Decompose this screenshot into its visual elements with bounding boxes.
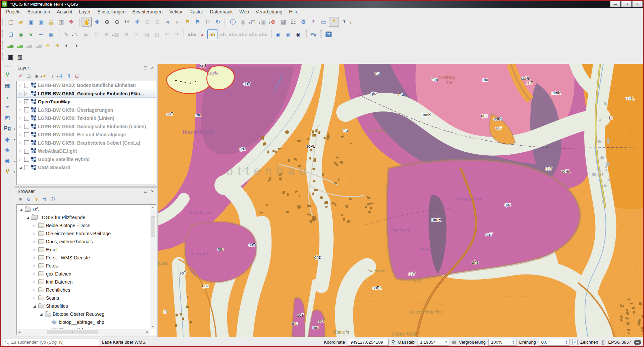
- help-icon[interactable]: ?: [324, 30, 333, 39]
- minimize-button[interactable]: —: [610, 1, 621, 7]
- zoom-full-icon[interactable]: ✳: [133, 17, 142, 27]
- close-panel-icon[interactable]: ✕: [150, 65, 155, 70]
- layer-visibility-checkbox[interactable]: [24, 116, 29, 121]
- refresh-browser-icon[interactable]: ↻: [25, 196, 32, 203]
- add-group-icon[interactable]: ❏: [25, 72, 32, 80]
- add-spatialite-layer-icon[interactable]: ✒: [3, 102, 12, 112]
- expander-icon[interactable]: ▷: [18, 149, 22, 153]
- tree-row[interactable]: biotop__abfrage_.shp: [17, 318, 150, 326]
- menu-bearbeiten[interactable]: Bearbeiten: [24, 9, 54, 14]
- expander-icon[interactable]: ▷: [18, 108, 22, 112]
- pin-labels-icon[interactable]: ab: [207, 29, 217, 39]
- layer-visibility-checkbox[interactable]: ✓: [24, 99, 29, 104]
- horizontal-scroll-thumb[interactable]: ≡: [47, 330, 98, 334]
- layer-visibility-checkbox[interactable]: [24, 149, 29, 154]
- move-label-icon[interactable]: abc: [238, 30, 248, 39]
- tree-row[interactable]: ▷kml-Datenen: [17, 278, 150, 286]
- layer-labeling-icon[interactable]: abc: [187, 30, 197, 39]
- layer-visibility-checkbox[interactable]: [24, 165, 29, 170]
- zoom-next-icon[interactable]: ►: [173, 17, 182, 27]
- maximize-button[interactable]: ❐: [621, 1, 632, 7]
- menu-datenbank[interactable]: Datenbank: [207, 9, 236, 14]
- layer-row[interactable]: ▷LGRB-BW GK50: Geologische Einheiten (Li…: [17, 122, 156, 131]
- expander-icon[interactable]: ◢: [18, 166, 22, 169]
- filter-browser-icon[interactable]: ▼: [33, 196, 40, 203]
- add-wcs-layer-icon[interactable]: ◉▾: [3, 156, 12, 165]
- messages-icon[interactable]: •••: [634, 340, 641, 345]
- measure-icon[interactable]: ▭▾: [319, 17, 328, 27]
- menu-raster[interactable]: Raster: [186, 9, 206, 14]
- scroll-left-icon[interactable]: ◀: [17, 329, 22, 335]
- add-vector-layer-icon[interactable]: V: [3, 70, 12, 80]
- paste-features-icon[interactable]: ▥: [152, 30, 161, 39]
- expander-icon[interactable]: ▷: [32, 256, 37, 259]
- scroll-down-icon[interactable]: ▼: [150, 324, 156, 329]
- expander-icon[interactable]: ▷: [32, 272, 37, 276]
- menu-erweiterungen[interactable]: Erweiterungen: [129, 9, 166, 14]
- expander-icon[interactable]: ▷: [32, 280, 37, 284]
- add-selected-layers-icon[interactable]: ⊞: [17, 196, 24, 203]
- expander-icon[interactable]: ▷: [18, 141, 22, 145]
- zoom-to-selection-icon[interactable]: ⊙: [143, 17, 152, 27]
- open-layer-styling-icon[interactable]: ✐: [17, 72, 24, 80]
- render-checkbox[interactable]: ✓: [572, 340, 578, 345]
- style-manager-icon[interactable]: ❖: [66, 17, 76, 27]
- menu-verarbeitung[interactable]: Verarbeitung: [252, 9, 286, 14]
- add-vector-quick-icon[interactable]: V: [26, 30, 36, 39]
- new-project-icon[interactable]: ▢: [6, 17, 15, 27]
- layer-visibility-checkbox[interactable]: [24, 157, 29, 162]
- layer-row[interactable]: ▷LGRB-BW GK50: Überlagerungen: [17, 106, 156, 114]
- vertex-tool-icon[interactable]: ✳▾: [102, 30, 111, 39]
- rotate-label-icon[interactable]: abc: [248, 30, 258, 39]
- add-raster-layer-icon[interactable]: ▦: [3, 81, 12, 90]
- layer-visibility-checkbox[interactable]: [24, 124, 29, 129]
- tree-row[interactable]: ▷Forst - WMS-Dienste: [17, 254, 150, 262]
- close-button[interactable]: ✕: [632, 1, 643, 7]
- python-console-icon[interactable]: Py: [309, 30, 318, 39]
- menu-vektor[interactable]: Vektor: [166, 9, 186, 14]
- expander-icon[interactable]: ▷: [32, 224, 37, 227]
- expander-icon[interactable]: ▷: [18, 158, 22, 161]
- web-service-search-icon[interactable]: ◉: [284, 30, 293, 39]
- map-tips-icon[interactable]: ❝: [329, 17, 339, 27]
- add-postgis-layer-icon[interactable]: Pg▾: [3, 124, 12, 133]
- expander-icon[interactable]: ▷: [32, 296, 37, 300]
- new-bookmark-icon[interactable]: ⚑: [183, 17, 192, 27]
- add-mesh-layer-icon[interactable]: ◩: [3, 113, 12, 122]
- zoom-to-layer-icon[interactable]: ⊙: [153, 17, 162, 27]
- rotation-input[interactable]: [541, 339, 564, 345]
- menu-hilfe[interactable]: Hilfe: [286, 9, 302, 14]
- tree-row[interactable]: ◢Biotope Oberer Reutweg: [17, 310, 150, 318]
- statistical-summary-icon[interactable]: ☷: [289, 17, 298, 27]
- bookmark-manager-icon[interactable]: ⚐: [203, 17, 212, 27]
- crs-status[interactable]: EPSG:3857: [608, 340, 631, 345]
- tree-row[interactable]: ▷Fotos: [17, 262, 150, 270]
- pan-map-icon[interactable]: ✌: [82, 17, 92, 27]
- layer-visibility-checkbox[interactable]: ✓: [24, 91, 29, 96]
- layer-visibility-checkbox[interactable]: [24, 132, 29, 137]
- horizontal-scrollbar[interactable]: ◀ ≡ ▶: [17, 329, 150, 335]
- layer-visibility-checkbox[interactable]: [24, 107, 29, 112]
- title-bar[interactable]: Q *QGIS für Pilzfreunde Teil 4 - QGIS —❐…: [0, 0, 644, 8]
- zoom-native-icon[interactable]: 1:1: [122, 17, 132, 27]
- properties-browser-icon[interactable]: ⓘ: [49, 196, 56, 203]
- processing-toolbox-icon[interactable]: ⚙: [299, 17, 308, 27]
- lock-scale-icon[interactable]: [452, 341, 456, 344]
- show-bookmarks-icon[interactable]: ⚑: [193, 17, 202, 27]
- full-histogram-stretch-icon[interactable]: ▂▅: [15, 41, 24, 49]
- menu-projekt[interactable]: Projekt: [3, 9, 24, 14]
- float-panel-icon[interactable]: ❏: [143, 189, 148, 194]
- zoom-last-icon[interactable]: ◄: [163, 17, 172, 27]
- redo-icon[interactable]: ↷: [172, 30, 182, 39]
- combo-arrow-icon[interactable]: ▼: [443, 341, 448, 344]
- coordinate-input[interactable]: [350, 339, 387, 345]
- collapse-all-icon[interactable]: ⇈: [65, 72, 72, 80]
- identify-features-icon[interactable]: ⓘ: [228, 17, 238, 27]
- magnifier-input[interactable]: [490, 339, 511, 345]
- tree-row[interactable]: ▷Scans: [17, 294, 150, 302]
- increase-contrast-icon[interactable]: ◐: [62, 41, 71, 49]
- osm-place-search-icon[interactable]: ◉: [294, 30, 303, 39]
- manage-map-themes-icon[interactable]: ◉▾: [33, 72, 40, 80]
- layer-row[interactable]: ▷LGRB-BW BK50: Bodenkundliche Einheiten: [17, 81, 156, 90]
- expander-icon[interactable]: ▷: [18, 92, 22, 95]
